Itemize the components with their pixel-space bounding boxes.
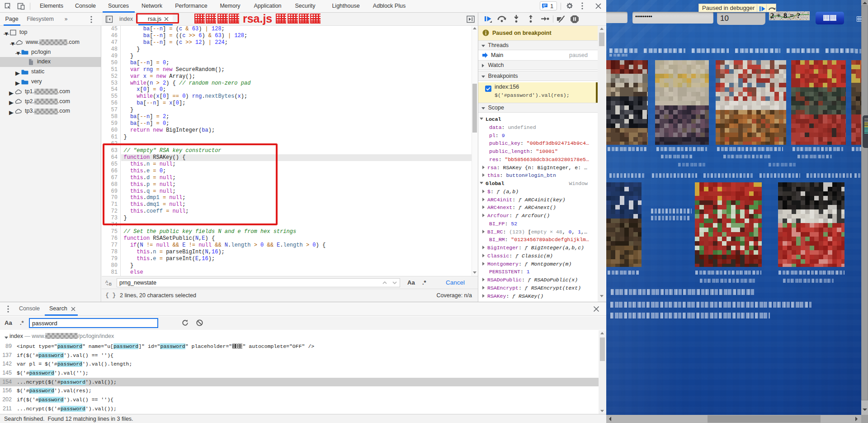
- svg-text:A: A: [105, 280, 108, 284]
- svg-text:B: B: [109, 282, 112, 286]
